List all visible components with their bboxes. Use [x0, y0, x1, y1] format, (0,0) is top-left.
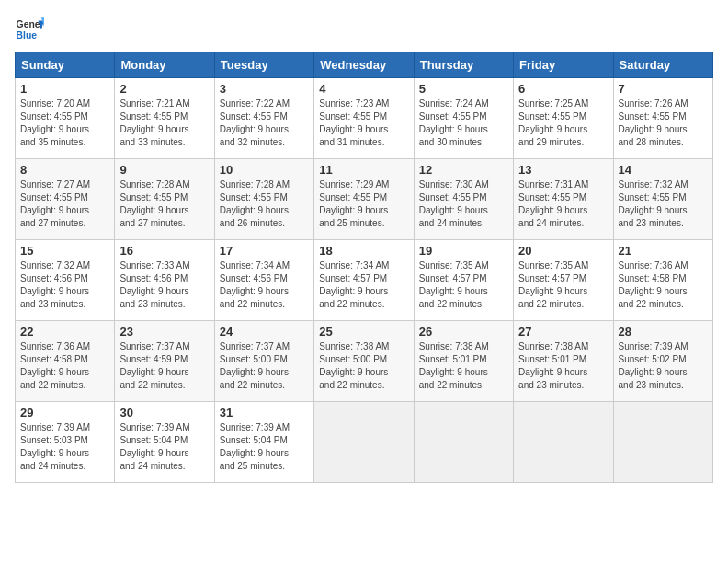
day-number: 4 — [319, 82, 408, 96]
day-info: Sunrise: 7:34 AM Sunset: 4:57 PM Dayligh… — [319, 259, 408, 311]
day-number: 28 — [619, 325, 708, 339]
day-number: 7 — [619, 82, 708, 96]
day-cell-17: 17Sunrise: 7:34 AM Sunset: 4:56 PM Dayli… — [214, 240, 313, 321]
day-number: 2 — [119, 82, 209, 96]
empty-cell — [613, 402, 712, 483]
svg-text:Blue: Blue — [17, 30, 38, 40]
day-number: 1 — [20, 82, 109, 96]
day-cell-26: 26Sunrise: 7:38 AM Sunset: 5:01 PM Dayli… — [414, 321, 513, 402]
week-row-5: 29Sunrise: 7:39 AM Sunset: 5:03 PM Dayli… — [16, 402, 713, 483]
day-number: 27 — [518, 325, 608, 339]
day-cell-12: 12Sunrise: 7:30 AM Sunset: 4:55 PM Dayli… — [414, 159, 513, 240]
day-info: Sunrise: 7:33 AM Sunset: 4:56 PM Dayligh… — [119, 259, 209, 311]
day-number: 9 — [119, 163, 209, 177]
day-info: Sunrise: 7:37 AM Sunset: 5:00 PM Dayligh… — [220, 340, 309, 392]
day-info: Sunrise: 7:32 AM Sunset: 4:55 PM Dayligh… — [619, 178, 708, 230]
day-cell-8: 8Sunrise: 7:27 AM Sunset: 4:55 PM Daylig… — [16, 159, 115, 240]
day-number: 25 — [319, 325, 408, 339]
day-info: Sunrise: 7:30 AM Sunset: 4:55 PM Dayligh… — [419, 178, 508, 230]
day-cell-18: 18Sunrise: 7:34 AM Sunset: 4:57 PM Dayli… — [314, 240, 414, 321]
day-cell-24: 24Sunrise: 7:37 AM Sunset: 5:00 PM Dayli… — [214, 321, 313, 402]
day-info: Sunrise: 7:25 AM Sunset: 4:55 PM Dayligh… — [518, 98, 608, 149]
day-info: Sunrise: 7:29 AM Sunset: 4:55 PM Dayligh… — [319, 178, 408, 230]
day-info: Sunrise: 7:20 AM Sunset: 4:55 PM Dayligh… — [20, 98, 109, 149]
day-cell-15: 15Sunrise: 7:32 AM Sunset: 4:56 PM Dayli… — [16, 240, 115, 321]
day-number: 19 — [419, 244, 508, 258]
day-info: Sunrise: 7:28 AM Sunset: 4:55 PM Dayligh… — [119, 178, 209, 230]
day-cell-22: 22Sunrise: 7:36 AM Sunset: 4:58 PM Dayli… — [16, 321, 115, 402]
day-number: 18 — [319, 244, 408, 258]
day-number: 10 — [220, 163, 309, 177]
day-info: Sunrise: 7:35 AM Sunset: 4:57 PM Dayligh… — [419, 259, 508, 311]
day-cell-29: 29Sunrise: 7:39 AM Sunset: 5:03 PM Dayli… — [16, 402, 115, 483]
day-cell-19: 19Sunrise: 7:35 AM Sunset: 4:57 PM Dayli… — [414, 240, 513, 321]
day-header-thursday: Thursday — [414, 52, 513, 78]
day-info: Sunrise: 7:23 AM Sunset: 4:55 PM Dayligh… — [319, 98, 408, 149]
day-number: 12 — [419, 163, 508, 177]
day-header-saturday: Saturday — [613, 52, 712, 78]
page-header: General Blue — [15, 15, 713, 44]
day-cell-21: 21Sunrise: 7:36 AM Sunset: 4:58 PM Dayli… — [613, 240, 712, 321]
day-number: 24 — [220, 325, 309, 339]
day-info: Sunrise: 7:37 AM Sunset: 4:59 PM Dayligh… — [119, 340, 209, 392]
day-cell-1: 1Sunrise: 7:20 AM Sunset: 4:55 PM Daylig… — [16, 78, 115, 159]
day-header-tuesday: Tuesday — [214, 52, 313, 78]
day-info: Sunrise: 7:39 AM Sunset: 5:04 PM Dayligh… — [119, 421, 209, 473]
day-number: 11 — [319, 163, 408, 177]
day-number: 26 — [419, 325, 508, 339]
day-info: Sunrise: 7:21 AM Sunset: 4:55 PM Dayligh… — [119, 98, 209, 149]
day-cell-30: 30Sunrise: 7:39 AM Sunset: 5:04 PM Dayli… — [115, 402, 214, 483]
day-cell-25: 25Sunrise: 7:38 AM Sunset: 5:00 PM Dayli… — [314, 321, 414, 402]
day-header-wednesday: Wednesday — [314, 52, 414, 78]
week-row-1: 1Sunrise: 7:20 AM Sunset: 4:55 PM Daylig… — [16, 78, 713, 159]
day-number: 29 — [20, 406, 109, 419]
day-number: 13 — [518, 163, 608, 177]
day-number: 14 — [619, 163, 708, 177]
day-cell-10: 10Sunrise: 7:28 AM Sunset: 4:55 PM Dayli… — [214, 159, 313, 240]
week-row-4: 22Sunrise: 7:36 AM Sunset: 4:58 PM Dayli… — [16, 321, 713, 402]
day-header-monday: Monday — [115, 52, 214, 78]
day-number: 8 — [20, 163, 109, 177]
day-number: 30 — [119, 406, 209, 419]
day-number: 31 — [220, 406, 309, 419]
empty-cell — [514, 402, 613, 483]
day-info: Sunrise: 7:39 AM Sunset: 5:02 PM Dayligh… — [619, 340, 708, 392]
day-info: Sunrise: 7:36 AM Sunset: 4:58 PM Dayligh… — [619, 259, 708, 311]
header-row: SundayMondayTuesdayWednesdayThursdayFrid… — [16, 52, 713, 78]
day-header-sunday: Sunday — [16, 52, 115, 78]
day-info: Sunrise: 7:28 AM Sunset: 4:55 PM Dayligh… — [220, 178, 309, 230]
day-number: 6 — [518, 82, 608, 96]
week-row-2: 8Sunrise: 7:27 AM Sunset: 4:55 PM Daylig… — [16, 159, 713, 240]
day-info: Sunrise: 7:36 AM Sunset: 4:58 PM Dayligh… — [20, 340, 109, 392]
day-number: 3 — [220, 82, 309, 96]
day-cell-27: 27Sunrise: 7:38 AM Sunset: 5:01 PM Dayli… — [514, 321, 613, 402]
day-info: Sunrise: 7:35 AM Sunset: 4:57 PM Dayligh… — [518, 259, 608, 311]
day-number: 16 — [119, 244, 209, 258]
empty-cell — [314, 402, 414, 483]
day-cell-2: 2Sunrise: 7:21 AM Sunset: 4:55 PM Daylig… — [115, 78, 214, 159]
week-row-3: 15Sunrise: 7:32 AM Sunset: 4:56 PM Dayli… — [16, 240, 713, 321]
day-info: Sunrise: 7:39 AM Sunset: 5:04 PM Dayligh… — [220, 421, 309, 473]
day-cell-11: 11Sunrise: 7:29 AM Sunset: 4:55 PM Dayli… — [314, 159, 414, 240]
day-header-friday: Friday — [514, 52, 613, 78]
calendar-table: SundayMondayTuesdayWednesdayThursdayFrid… — [15, 52, 713, 483]
day-info: Sunrise: 7:22 AM Sunset: 4:55 PM Dayligh… — [220, 98, 309, 149]
day-number: 21 — [619, 244, 708, 258]
empty-cell — [414, 402, 513, 483]
day-info: Sunrise: 7:38 AM Sunset: 5:00 PM Dayligh… — [319, 340, 408, 392]
day-info: Sunrise: 7:38 AM Sunset: 5:01 PM Dayligh… — [419, 340, 508, 392]
day-number: 23 — [119, 325, 209, 339]
day-cell-5: 5Sunrise: 7:24 AM Sunset: 4:55 PM Daylig… — [414, 78, 513, 159]
day-info: Sunrise: 7:31 AM Sunset: 4:55 PM Dayligh… — [518, 178, 608, 230]
day-number: 15 — [20, 244, 109, 258]
day-info: Sunrise: 7:24 AM Sunset: 4:55 PM Dayligh… — [419, 98, 508, 149]
day-cell-13: 13Sunrise: 7:31 AM Sunset: 4:55 PM Dayli… — [514, 159, 613, 240]
day-cell-3: 3Sunrise: 7:22 AM Sunset: 4:55 PM Daylig… — [214, 78, 313, 159]
day-number: 22 — [20, 325, 109, 339]
day-info: Sunrise: 7:27 AM Sunset: 4:55 PM Dayligh… — [20, 178, 109, 230]
day-cell-14: 14Sunrise: 7:32 AM Sunset: 4:55 PM Dayli… — [613, 159, 712, 240]
logo-icon: General Blue — [15, 15, 44, 44]
day-cell-6: 6Sunrise: 7:25 AM Sunset: 4:55 PM Daylig… — [514, 78, 613, 159]
day-number: 5 — [419, 82, 508, 96]
day-cell-4: 4Sunrise: 7:23 AM Sunset: 4:55 PM Daylig… — [314, 78, 414, 159]
